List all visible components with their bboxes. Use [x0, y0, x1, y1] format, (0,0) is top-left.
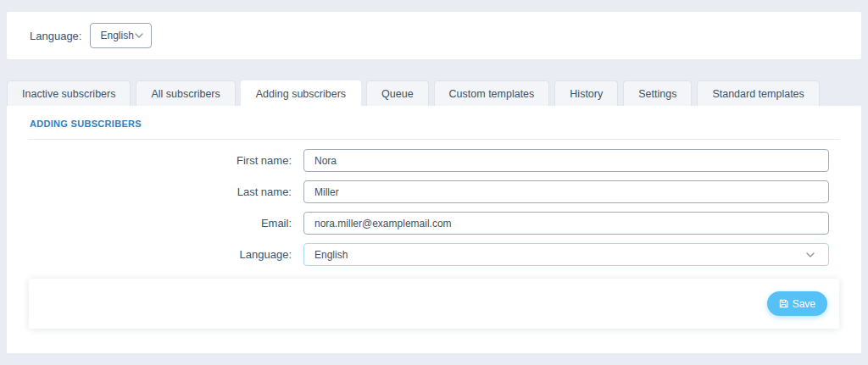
- language-bar: Language: English: [7, 12, 861, 59]
- chevron-down-icon: [135, 33, 143, 38]
- subscriber-form: First name: Last name: Email: Language: …: [7, 140, 861, 266]
- first-name-label: First name:: [7, 154, 303, 167]
- first-name-field[interactable]: [303, 149, 829, 172]
- tab-inactive-subscribers[interactable]: Inactive subscribers: [7, 80, 131, 106]
- save-button[interactable]: Save: [767, 291, 827, 316]
- form-row-email: Email:: [7, 212, 861, 235]
- tab-settings[interactable]: Settings: [623, 80, 692, 106]
- language-select-value: English: [314, 249, 348, 261]
- language-dropdown-value: English: [100, 30, 133, 41]
- language-select[interactable]: English: [303, 243, 829, 266]
- form-row-language: Language: English: [7, 243, 861, 266]
- language-label: Language:: [7, 248, 303, 261]
- last-name-field[interactable]: [303, 180, 829, 203]
- tab-standard-templates[interactable]: Standard templates: [697, 80, 819, 106]
- save-icon: [779, 299, 788, 308]
- page-title: ADDING SUBSCRIBERS: [7, 106, 861, 139]
- tab-queue[interactable]: Queue: [366, 80, 429, 106]
- language-bar-label: Language:: [30, 30, 81, 42]
- tab-adding-subscribers[interactable]: Adding subscribers: [241, 80, 361, 106]
- chevron-down-icon: [806, 252, 815, 257]
- tab-all-subscribers[interactable]: All subscribers: [136, 80, 235, 106]
- tab-bar: Inactive subscribers All subscribers Add…: [7, 80, 861, 106]
- main-panel: ADDING SUBSCRIBERS First name: Last name…: [7, 106, 861, 353]
- form-row-last-name: Last name:: [7, 180, 861, 203]
- language-dropdown[interactable]: English: [90, 23, 152, 48]
- save-button-label: Save: [793, 298, 815, 310]
- form-row-first-name: First name:: [7, 149, 861, 172]
- tab-history[interactable]: History: [554, 80, 618, 106]
- email-label: Email:: [7, 217, 303, 230]
- form-footer: Save: [29, 279, 839, 329]
- email-field[interactable]: [303, 212, 829, 235]
- last-name-label: Last name:: [7, 185, 303, 198]
- tab-custom-templates[interactable]: Custom templates: [434, 80, 550, 106]
